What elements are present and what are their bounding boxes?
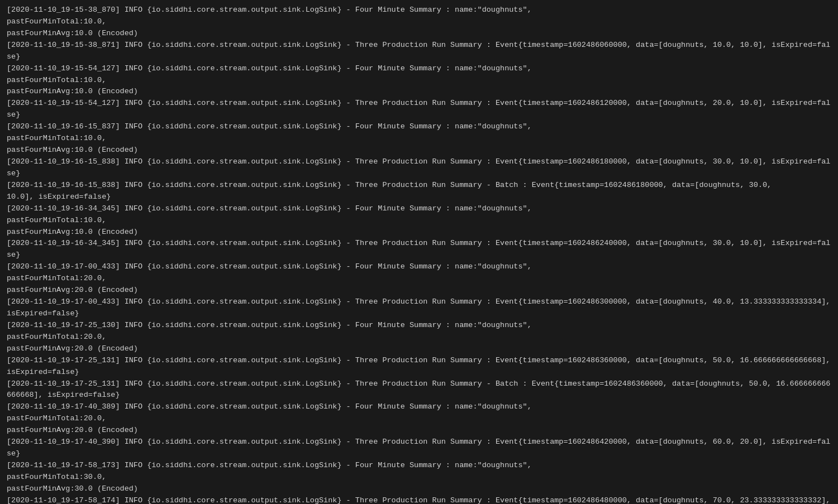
log-line: [2020-11-10_19-17-25_131] INFO {io.siddh…	[7, 355, 831, 378]
log-line: pastFourMinTotal:20.0,	[7, 332, 831, 343]
log-line: [2020-11-10_19-17-25_131] INFO {io.siddh…	[7, 378, 831, 402]
log-line: pastFourMinAvg:10.0 (Encoded)	[7, 145, 831, 156]
log-line: 10.0], isExpired=false}	[7, 191, 831, 203]
log-line: pastFourMinTotal:20.0,	[7, 273, 831, 285]
log-line: pastFourMinTotal:10.0,	[7, 16, 831, 28]
log-line: [2020-11-10_19-15-38_871] INFO {io.siddh…	[7, 40, 831, 63]
log-line: pastFourMinAvg:20.0 (Encoded)	[7, 285, 831, 296]
log-line: pastFourMinTotal:20.0,	[7, 413, 831, 425]
log-line: pastFourMinTotal:10.0,	[7, 133, 831, 145]
log-line: [2020-11-10_19-15-38_870] INFO {io.siddh…	[7, 4, 831, 16]
log-line: [2020-11-10_19-16-34_345] INFO {io.siddh…	[7, 238, 831, 261]
log-line: pastFourMinAvg:10.0 (Encoded)	[7, 227, 831, 238]
log-line: [2020-11-10_19-17-58_174] INFO {io.siddh…	[7, 495, 831, 504]
log-line: pastFourMinAvg:30.0 (Encoded)	[7, 483, 831, 495]
log-line: pastFourMinAvg:20.0 (Encoded)	[7, 343, 831, 355]
log-line: [2020-11-10_19-17-40_390] INFO {io.siddh…	[7, 436, 831, 460]
log-line: [2020-11-10_19-16-15_838] INFO {io.siddh…	[7, 156, 831, 180]
log-line: [2020-11-10_19-17-58_173] INFO {io.siddh…	[7, 460, 831, 472]
log-line: pastFourMinAvg:10.0 (Encoded)	[7, 28, 831, 40]
log-line: [2020-11-10_19-17-25_130] INFO {io.siddh…	[7, 320, 831, 332]
log-output: [2020-11-10_19-15-38_870] INFO {io.siddh…	[7, 4, 831, 504]
log-line: [2020-11-10_19-15-54_127] INFO {io.siddh…	[7, 98, 831, 121]
log-line: pastFourMinTotal:30.0,	[7, 472, 831, 483]
log-line: [2020-11-10_19-16-15_838] INFO {io.siddh…	[7, 180, 831, 191]
log-line: pastFourMinTotal:10.0,	[7, 215, 831, 227]
log-line: pastFourMinTotal:10.0,	[7, 75, 831, 87]
log-line: pastFourMinAvg:10.0 (Encoded)	[7, 86, 831, 98]
log-line: [2020-11-10_19-15-54_127] INFO {io.siddh…	[7, 63, 831, 75]
log-line: [2020-11-10_19-16-34_345] INFO {io.siddh…	[7, 203, 831, 215]
log-line: [2020-11-10_19-17-00_433] INFO {io.siddh…	[7, 296, 831, 320]
log-line: [2020-11-10_19-17-00_433] INFO {io.siddh…	[7, 261, 831, 273]
log-line: [2020-11-10_19-17-40_389] INFO {io.siddh…	[7, 401, 831, 413]
log-line: pastFourMinAvg:20.0 (Encoded)	[7, 425, 831, 436]
log-line: [2020-11-10_19-16-15_837] INFO {io.siddh…	[7, 121, 831, 133]
